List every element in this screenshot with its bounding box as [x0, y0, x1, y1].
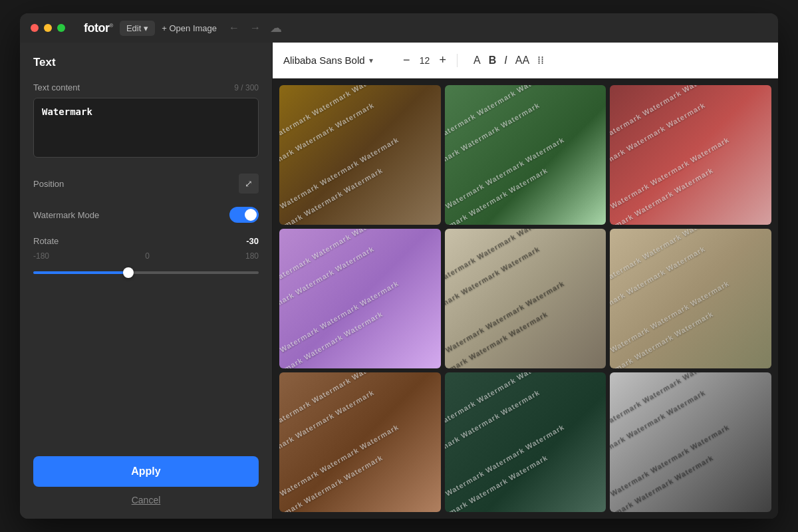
main-area: Text Text content 9 / 300 Watermark Posi…: [20, 43, 778, 519]
watermark-pattern-1: Watermark Watermark Watermark Watermark …: [279, 85, 441, 225]
right-panel: Alibaba Sans Bold ▾ − 12 + A B: [273, 43, 778, 519]
toolbar-separator: [457, 54, 458, 67]
traffic-lights: [31, 24, 65, 32]
font-size-value: 12: [417, 55, 433, 66]
watermark-pattern-8: Watermark Watermark Watermark Watermark …: [445, 372, 606, 512]
open-image-button[interactable]: + Open Image: [162, 23, 217, 33]
minimize-button[interactable]: [44, 24, 52, 32]
cloud-icon: ☁: [270, 21, 282, 35]
italic-button[interactable]: I: [504, 55, 507, 66]
chevron-down-icon: ▾: [369, 56, 373, 65]
nav-arrows: ← →: [226, 21, 263, 35]
char-count: 9 / 300: [234, 83, 259, 92]
texture-button[interactable]: ⁞⁞: [537, 54, 544, 66]
position-row: Position ⤢: [33, 174, 259, 194]
font-size-control: − 12 +: [400, 53, 449, 67]
watermark-pattern-2: Watermark Watermark Watermark Watermark …: [445, 85, 606, 225]
forward-button[interactable]: →: [247, 21, 263, 35]
back-button[interactable]: ←: [226, 21, 242, 35]
position-label: Position: [33, 179, 64, 189]
image-cell-1[interactable]: Watermark Watermark Watermark Watermark …: [279, 85, 441, 225]
close-button[interactable]: [31, 24, 39, 32]
watermark-mode-toggle[interactable]: [229, 207, 259, 223]
rotate-slider[interactable]: [33, 271, 259, 274]
font-size-increase-button[interactable]: +: [437, 53, 450, 67]
image-cell-5[interactable]: Watermark Watermark Watermark Watermark …: [445, 229, 606, 368]
bold-button[interactable]: B: [489, 55, 497, 66]
watermark-pattern-3: Watermark Watermark Watermark Watermark …: [610, 85, 771, 225]
font-size-decrease-button[interactable]: −: [400, 53, 413, 67]
image-cell-2[interactable]: Watermark Watermark Watermark Watermark …: [445, 85, 606, 225]
chevron-down-icon: ▾: [144, 23, 148, 33]
rotate-slider-container: [33, 265, 259, 277]
edit-menu-button[interactable]: Edit ▾: [120, 21, 155, 36]
text-content-label: Text content 9 / 300: [33, 82, 259, 92]
watermark-pattern-6: Watermark Watermark Watermark Watermark …: [610, 229, 771, 368]
watermark-pattern-5: Watermark Watermark Watermark Watermark …: [445, 229, 606, 368]
image-cell-4[interactable]: Watermark Watermark Watermark Watermark …: [279, 229, 441, 368]
rotate-row: Rotate -30: [33, 236, 259, 246]
cancel-button[interactable]: Cancel: [33, 495, 259, 505]
watermark-pattern-7: Watermark Watermark Watermark Watermark …: [279, 372, 441, 512]
font-select[interactable]: Alibaba Sans Bold ▾: [283, 55, 390, 66]
watermark-pattern-4: Watermark Watermark Watermark Watermark …: [279, 229, 441, 368]
slider-labels: -180 0 180: [33, 251, 259, 261]
text-color-button[interactable]: A: [473, 55, 481, 66]
logo: fotor®: [84, 21, 113, 35]
image-cell-3[interactable]: Watermark Watermark Watermark Watermark …: [610, 85, 771, 225]
apply-button[interactable]: Apply: [33, 456, 259, 487]
panel-title: Text: [33, 56, 259, 69]
image-cell-6[interactable]: Watermark Watermark Watermark Watermark …: [610, 229, 771, 368]
watermark-pattern-9: Watermark Watermark Watermark Watermark …: [610, 372, 771, 512]
toolbar: fotor® Edit ▾ + Open Image ← → ☁: [84, 21, 282, 36]
font-size-toggle-button[interactable]: AA: [515, 55, 529, 66]
titlebar: fotor® Edit ▾ + Open Image ← → ☁: [20, 13, 778, 43]
watermark-mode-row: Watermark Mode: [33, 207, 259, 223]
rotate-value: -30: [246, 236, 259, 246]
text-content-input[interactable]: Watermark: [33, 98, 259, 158]
image-cell-7[interactable]: Watermark Watermark Watermark Watermark …: [279, 372, 441, 512]
position-expand-button[interactable]: ⤢: [239, 174, 259, 194]
main-window: fotor® Edit ▾ + Open Image ← → ☁ Text Te…: [20, 13, 778, 519]
image-cell-9[interactable]: Watermark Watermark Watermark Watermark …: [610, 372, 771, 512]
image-cell-8[interactable]: Watermark Watermark Watermark Watermark …: [445, 372, 606, 512]
font-toolbar: Alibaba Sans Bold ▾ − 12 + A B: [273, 43, 778, 78]
font-actions: A B I AA ⁞⁞: [473, 54, 544, 66]
image-grid: Watermark Watermark Watermark Watermark …: [273, 78, 778, 519]
maximize-button[interactable]: [57, 24, 65, 32]
rotate-label: Rotate: [33, 236, 59, 246]
left-panel: Text Text content 9 / 300 Watermark Posi…: [20, 43, 273, 519]
watermark-mode-label: Watermark Mode: [33, 210, 99, 220]
